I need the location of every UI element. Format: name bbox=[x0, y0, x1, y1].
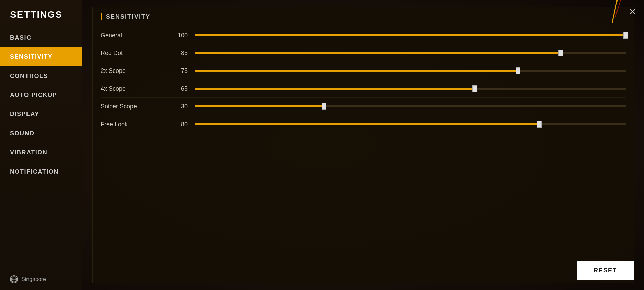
reset-button[interactable]: RESET bbox=[577, 261, 634, 280]
slider-thumb-3[interactable] bbox=[472, 85, 477, 92]
slider-label-2: 2x Scope bbox=[101, 67, 168, 75]
slider-value-0: 100 bbox=[168, 32, 188, 39]
slider-fill-0 bbox=[195, 34, 626, 36]
slider-value-2: 75 bbox=[168, 67, 188, 75]
slider-fill-2 bbox=[195, 70, 518, 72]
slider-track-3 bbox=[195, 88, 626, 90]
sensitivity-row-2: 2x Scope75 bbox=[101, 62, 626, 80]
sensitivity-panel: SENSITIVITY General100Red Dot852x Scope7… bbox=[92, 7, 634, 283]
slider-track-0 bbox=[195, 34, 626, 36]
sidebar: SETTINGS BASICSENSITIVITYCONTROLSAUTO PI… bbox=[0, 0, 82, 290]
sensitivity-row-0: General100 bbox=[101, 27, 626, 44]
sidebar-item-auto-pickup[interactable]: AUTO PICKUP bbox=[0, 86, 82, 105]
slider-value-1: 85 bbox=[168, 50, 188, 57]
main-content: ✕ SENSITIVITY General100Red Dot852x Scop… bbox=[82, 0, 644, 290]
sensitivity-row-5: Free Look80 bbox=[101, 115, 626, 133]
sidebar-item-display[interactable]: DISPLAY bbox=[0, 105, 82, 124]
sidebar-footer: Singapore bbox=[0, 269, 82, 290]
sidebar-nav: BASICSENSITIVITYCONTROLSAUTO PICKUPDISPL… bbox=[0, 28, 82, 269]
slider-thumb-5[interactable] bbox=[537, 121, 542, 128]
slider-value-5: 80 bbox=[168, 121, 188, 128]
sidebar-item-controls[interactable]: CONTROLS bbox=[0, 66, 82, 86]
slider-value-3: 65 bbox=[168, 85, 188, 92]
section-header-bar bbox=[101, 13, 102, 20]
globe-icon bbox=[10, 275, 18, 283]
sidebar-item-notification[interactable]: NOTIFICATION bbox=[0, 162, 82, 181]
slider-track-5 bbox=[195, 123, 626, 125]
slider-container-4[interactable] bbox=[195, 102, 626, 110]
settings-title: SETTINGS bbox=[0, 0, 82, 28]
close-button[interactable]: ✕ bbox=[624, 3, 641, 20]
slider-thumb-0[interactable] bbox=[623, 32, 628, 39]
slider-container-1[interactable] bbox=[195, 49, 626, 57]
slider-label-1: Red Dot bbox=[101, 50, 168, 57]
slider-value-4: 30 bbox=[168, 103, 188, 110]
slider-thumb-2[interactable] bbox=[516, 67, 520, 74]
slider-fill-1 bbox=[195, 52, 561, 54]
section-header: SENSITIVITY bbox=[93, 7, 634, 27]
slider-container-5[interactable] bbox=[195, 120, 626, 128]
slider-label-4: Sniper Scope bbox=[101, 103, 168, 110]
sensitivity-row-3: 4x Scope65 bbox=[101, 80, 626, 98]
region-label: Singapore bbox=[21, 276, 46, 282]
slider-label-5: Free Look bbox=[101, 121, 168, 128]
slider-fill-5 bbox=[195, 123, 539, 125]
slider-thumb-1[interactable] bbox=[558, 50, 563, 56]
sidebar-item-basic[interactable]: BASIC bbox=[0, 28, 82, 47]
slider-track-1 bbox=[195, 52, 626, 54]
slider-label-0: General bbox=[101, 32, 168, 39]
slider-fill-4 bbox=[195, 105, 324, 107]
slider-container-2[interactable] bbox=[195, 67, 626, 75]
slider-label-3: 4x Scope bbox=[101, 85, 168, 92]
sensitivity-rows: General100Red Dot852x Scope754x Scope65S… bbox=[93, 27, 634, 140]
slider-track-4 bbox=[195, 105, 626, 107]
slider-thumb-4[interactable] bbox=[322, 103, 326, 110]
sidebar-item-sensitivity[interactable]: SENSITIVITY bbox=[0, 47, 82, 66]
section-title: SENSITIVITY bbox=[106, 13, 150, 20]
slider-track-2 bbox=[195, 70, 626, 72]
sidebar-item-vibration[interactable]: VIBRATION bbox=[0, 143, 82, 162]
slider-container-3[interactable] bbox=[195, 85, 626, 93]
corner-decoration bbox=[610, 0, 624, 23]
sensitivity-row-4: Sniper Scope30 bbox=[101, 98, 626, 115]
slider-fill-3 bbox=[195, 88, 475, 90]
sensitivity-row-1: Red Dot85 bbox=[101, 44, 626, 62]
slider-container-0[interactable] bbox=[195, 31, 626, 39]
svg-line-4 bbox=[612, 0, 617, 23]
sidebar-item-sound[interactable]: SOUND bbox=[0, 124, 82, 143]
